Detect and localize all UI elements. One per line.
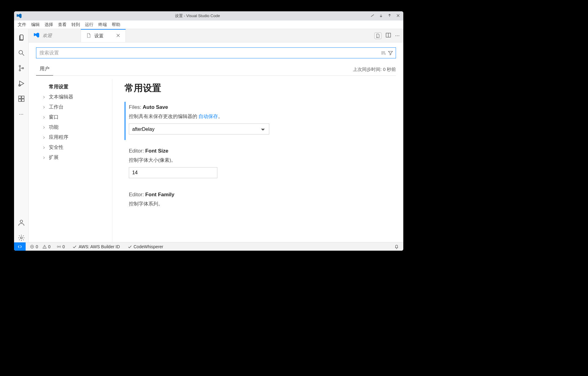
vscode-logo-icon <box>16 13 22 19</box>
activity-extensions-icon[interactable] <box>17 94 26 103</box>
settings-page-heading: 常用设置 <box>125 82 390 94</box>
tree-item-features[interactable]: 功能 <box>42 122 112 132</box>
tab-welcome[interactable]: 欢迎 <box>29 29 81 42</box>
statusbar: 0 0 0 AWS: AWS Builder ID CodeWhisperer <box>14 242 403 251</box>
file-icon <box>86 33 91 39</box>
window-lower-icon[interactable] <box>378 13 384 19</box>
activity-more-icon[interactable]: ··· <box>17 110 26 118</box>
window-close-icon[interactable] <box>395 13 401 19</box>
menu-edit[interactable]: 编辑 <box>29 21 42 28</box>
statusbar-aws-label: AWS: AWS Builder ID <box>78 244 120 249</box>
menu-go[interactable]: 转到 <box>70 21 82 28</box>
statusbar-remote-icon[interactable] <box>14 242 26 251</box>
settings-list: 常用设置 Files: Auto Save 控制具有未保存更改的编辑器的 自动保… <box>112 79 396 242</box>
svg-rect-5 <box>19 96 21 98</box>
setting-desc-text: 控制具有未保存更改的编辑器的 <box>129 114 198 119</box>
tree-item-label: 应用程序 <box>49 134 68 141</box>
setting-title-prefix: Editor: <box>129 192 145 197</box>
svg-rect-6 <box>19 99 21 101</box>
open-changes-icon[interactable] <box>374 32 382 39</box>
setting-title-prefix: Editor: <box>129 148 145 154</box>
svg-point-2 <box>19 70 20 71</box>
titlebar: 设置 - Visual Studio Code <box>14 11 403 20</box>
statusbar-cw-label: CodeWhisperer <box>134 244 163 249</box>
setting-files-autosave: Files: Auto Save 控制具有未保存更改的编辑器的 自动保存。 af… <box>125 102 390 140</box>
svg-point-10 <box>20 237 22 239</box>
tree-item-label: 安全性 <box>49 144 64 151</box>
setting-fontsize-input[interactable] <box>129 167 217 178</box>
statusbar-errors-count: 0 <box>36 244 38 249</box>
activity-scm-icon[interactable] <box>17 64 26 72</box>
activity-bar: ··· <box>14 29 29 242</box>
setting-title-key: Auto Save <box>143 104 168 110</box>
activity-debug-icon[interactable] <box>17 79 26 88</box>
window-minimize-icon[interactable] <box>370 13 375 19</box>
tree-item-common[interactable]: 常用设置 <box>42 82 112 92</box>
statusbar-warnings-count: 0 <box>48 244 51 249</box>
activity-settings-icon[interactable] <box>17 234 26 242</box>
setting-title-key: Font Family <box>145 192 174 197</box>
tree-item-workbench[interactable]: 工作台 <box>42 102 112 112</box>
statusbar-aws[interactable]: AWS: AWS Builder ID <box>72 244 120 249</box>
setting-title-prefix: Files: <box>129 104 143 110</box>
tree-item-text-editor[interactable]: 文本编辑器 <box>42 92 112 102</box>
setting-desc-text: 控制字体系列。 <box>129 201 390 207</box>
menu-file[interactable]: 文件 <box>16 21 28 28</box>
tree-item-label: 功能 <box>49 124 59 131</box>
statusbar-ports[interactable]: 0 <box>57 244 65 249</box>
editor-tabs: 欢迎 设置 <box>29 29 403 42</box>
split-editor-icon[interactable] <box>385 32 391 39</box>
statusbar-errors[interactable]: 0 <box>30 244 38 249</box>
setting-desc-text: 控制字体大小(像素)。 <box>129 157 390 164</box>
tab-close-icon[interactable] <box>116 33 121 39</box>
window-maximize-icon[interactable] <box>387 13 392 19</box>
menubar: 文件 编辑 选择 查看 转到 运行 终端 帮助 <box>14 20 403 29</box>
settings-search[interactable] <box>36 47 396 58</box>
tree-item-application[interactable]: 应用程序 <box>42 132 112 142</box>
activity-explorer-icon[interactable] <box>17 33 26 42</box>
tab-settings[interactable]: 设置 <box>81 29 126 42</box>
menu-run[interactable]: 运行 <box>83 21 95 28</box>
vscode-window: 设置 - Visual Studio Code 文件 编辑 选择 查看 转到 运… <box>14 11 403 251</box>
tab-more-icon[interactable]: ··· <box>395 32 400 39</box>
svg-rect-8 <box>22 96 24 98</box>
statusbar-warnings[interactable]: 0 <box>42 244 51 249</box>
clear-filter-icon[interactable] <box>380 50 386 56</box>
statusbar-codewhisperer[interactable]: CodeWhisperer <box>127 244 163 249</box>
filter-icon[interactable] <box>388 50 393 56</box>
svg-point-13 <box>58 246 60 247</box>
svg-rect-7 <box>22 99 24 101</box>
setting-editor-fontsize: Editor: Font Size 控制字体大小(像素)。 <box>125 146 390 184</box>
settings-scope-user[interactable]: 用户 <box>36 63 53 76</box>
tree-item-extensions[interactable]: 扩展 <box>42 153 112 163</box>
tree-item-label: 常用设置 <box>49 84 68 90</box>
menu-terminal[interactable]: 终端 <box>96 21 109 28</box>
tree-item-label: 窗口 <box>49 114 59 120</box>
activity-accounts-icon[interactable] <box>17 218 26 227</box>
statusbar-ports-count: 0 <box>63 244 65 249</box>
tree-item-security[interactable]: 安全性 <box>42 142 112 153</box>
settings-sync-status: 上次同步时间: 0 秒前 <box>353 67 396 76</box>
tab-welcome-label: 欢迎 <box>43 33 52 39</box>
setting-desc-link[interactable]: 自动保存 <box>198 114 218 119</box>
svg-point-1 <box>19 65 20 67</box>
activity-search-icon[interactable] <box>17 49 26 57</box>
tab-settings-label: 设置 <box>94 33 103 39</box>
tree-item-label: 扩展 <box>49 154 59 161</box>
setting-editor-fontfamily: Editor: Font Family 控制字体系列。 <box>125 189 390 216</box>
setting-title-key: Font Size <box>145 148 169 154</box>
menu-selection[interactable]: 选择 <box>43 21 55 28</box>
svg-point-0 <box>19 50 23 54</box>
vscode-logo-icon <box>34 32 40 39</box>
setting-desc-suffix: 。 <box>218 114 223 119</box>
tree-item-window[interactable]: 窗口 <box>42 112 112 122</box>
settings-tree: 常用设置 文本编辑器 工作台 窗口 <box>36 79 112 242</box>
settings-search-input[interactable] <box>39 50 379 56</box>
tree-item-label: 工作台 <box>49 104 64 110</box>
menu-view[interactable]: 查看 <box>56 21 68 28</box>
tree-item-label: 文本编辑器 <box>49 94 73 100</box>
setting-autosave-select[interactable]: afterDelay <box>129 123 269 135</box>
statusbar-bell-icon[interactable] <box>394 244 399 249</box>
menu-help[interactable]: 帮助 <box>110 21 122 28</box>
svg-point-9 <box>20 220 23 223</box>
